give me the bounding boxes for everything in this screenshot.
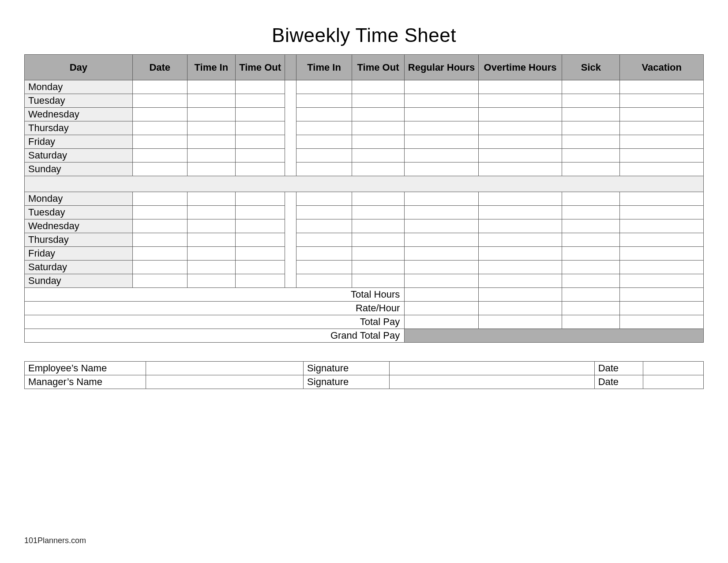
gap-cell [285, 206, 296, 219]
time-in-1-cell [187, 108, 235, 121]
manager-date-label: Date [594, 375, 643, 389]
grand-total-pay-label: Grand Total Pay [25, 329, 405, 343]
time-in-2-cell [296, 206, 352, 219]
time-out-2-cell [352, 94, 405, 108]
overtime-cell [478, 149, 562, 162]
header-overtime-hours: Overtime Hours [478, 55, 562, 80]
overtime-cell [478, 206, 562, 219]
time-in-1-cell [187, 135, 235, 149]
time-out-1-cell [236, 206, 285, 219]
date-cell [132, 80, 187, 94]
page-title: Biweekly Time Sheet [24, 24, 704, 46]
sick-cell [562, 121, 620, 135]
regular-cell [405, 162, 479, 176]
date-cell [132, 121, 187, 135]
time-out-2-cell [352, 219, 405, 233]
sick-cell [562, 135, 620, 149]
time-in-2-cell [296, 121, 352, 135]
gap-cell [285, 149, 296, 162]
overtime-cell [478, 247, 562, 261]
table-row: Monday [25, 80, 704, 94]
time-out-1-cell [236, 233, 285, 247]
time-out-2-cell [352, 192, 405, 206]
time-out-1-cell [236, 247, 285, 261]
date-cell [132, 149, 187, 162]
header-row: Day Date Time In Time Out Time In Time O… [25, 55, 704, 80]
sick-cell [562, 233, 620, 247]
day-cell: Thursday [25, 233, 133, 247]
employee-signature-label: Signature [304, 362, 390, 375]
rate-hour-row: Rate/Hour [25, 302, 704, 315]
table-row: Friday [25, 135, 704, 149]
regular-cell [405, 219, 479, 233]
header-gap [285, 55, 296, 80]
sick-cell [562, 149, 620, 162]
time-in-2-cell [296, 274, 352, 288]
date-cell [132, 162, 187, 176]
total-hours-vacation [620, 288, 704, 302]
employee-date-value [643, 362, 703, 375]
regular-cell [405, 149, 479, 162]
overtime-cell [478, 261, 562, 274]
header-date: Date [132, 55, 187, 80]
overtime-cell [478, 80, 562, 94]
vacation-cell [620, 206, 704, 219]
day-cell: Tuesday [25, 206, 133, 219]
day-cell: Monday [25, 192, 133, 206]
time-in-1-cell [187, 162, 235, 176]
vacation-cell [620, 135, 704, 149]
time-out-1-cell [236, 108, 285, 121]
time-out-1-cell [236, 80, 285, 94]
table-row: Tuesday [25, 94, 704, 108]
date-cell [132, 108, 187, 121]
manager-date-value [643, 375, 703, 389]
regular-cell [405, 135, 479, 149]
gap-cell [285, 247, 296, 261]
time-out-2-cell [352, 162, 405, 176]
header-vacation: Vacation [620, 55, 704, 80]
time-out-2-cell [352, 206, 405, 219]
regular-cell [405, 94, 479, 108]
manager-signature-row: Manager’s Name Signature Date [25, 375, 704, 389]
time-in-1-cell [187, 94, 235, 108]
table-row: Tuesday [25, 206, 704, 219]
table-row: Thursday [25, 233, 704, 247]
total-pay-vacation [620, 315, 704, 329]
time-in-1-cell [187, 261, 235, 274]
vacation-cell [620, 162, 704, 176]
manager-name-value [146, 375, 303, 389]
time-in-2-cell [296, 261, 352, 274]
total-hours-overtime [478, 288, 562, 302]
time-in-2-cell [296, 135, 352, 149]
table-row: Wednesday [25, 108, 704, 121]
rate-hour-overtime [478, 302, 562, 315]
regular-cell [405, 233, 479, 247]
overtime-cell [478, 94, 562, 108]
time-out-1-cell [236, 149, 285, 162]
overtime-cell [478, 135, 562, 149]
time-out-2-cell [352, 149, 405, 162]
manager-name-label: Manager’s Name [25, 375, 146, 389]
vacation-cell [620, 233, 704, 247]
time-out-2-cell [352, 121, 405, 135]
overtime-cell [478, 162, 562, 176]
time-in-1-cell [187, 192, 235, 206]
total-pay-row: Total Pay [25, 315, 704, 329]
time-out-2-cell [352, 261, 405, 274]
vacation-cell [620, 149, 704, 162]
gap-cell [285, 274, 296, 288]
time-in-2-cell [296, 233, 352, 247]
rate-hour-label: Rate/Hour [25, 302, 405, 315]
time-out-1-cell [236, 121, 285, 135]
day-cell: Saturday [25, 261, 133, 274]
employee-date-label: Date [594, 362, 643, 375]
gap-cell [285, 219, 296, 233]
time-out-2-cell [352, 247, 405, 261]
spacer-cell [25, 176, 704, 192]
regular-cell [405, 261, 479, 274]
header-day: Day [25, 55, 133, 80]
table-row: Saturday [25, 149, 704, 162]
time-in-1-cell [187, 121, 235, 135]
rate-hour-sick [562, 302, 620, 315]
date-cell [132, 274, 187, 288]
